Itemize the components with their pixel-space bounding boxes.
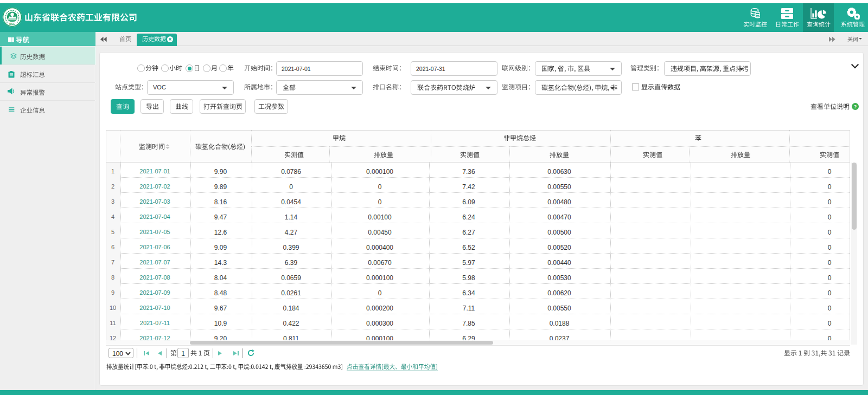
svg-text:MEE: MEE: [9, 22, 16, 25]
svg-text:?: ?: [854, 104, 857, 109]
